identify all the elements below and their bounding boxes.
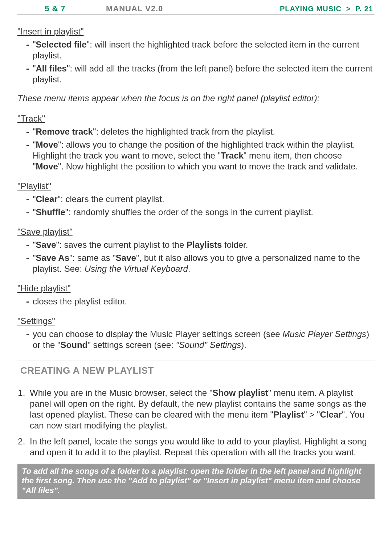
header-manual-version: MANUAL V2.0 [106,4,163,14]
list-item: you can choose to display the Music Play… [28,329,375,350]
section-title-hide-playlist: "Hide playlist" [17,283,70,294]
context-note: These menu items appear when the focus i… [17,93,375,104]
steps-list: While you are in the Music browser, sele… [17,387,375,458]
bold-ref: Save [116,253,136,263]
list-item: "All files": will add all the tracks (fr… [28,63,375,85]
bold-ref: Sound [61,340,88,350]
desc: " settings screen (see: [87,340,176,350]
desc: : will add all the tracks (from the left… [33,63,372,84]
save-playlist-list: "Save": saves the current playlist to th… [17,239,375,274]
desc: : same as " [73,253,116,263]
step-item: While you are in the Music browser, sele… [28,387,375,431]
desc: : clears the current playlist. [61,194,164,204]
desc: : deletes the highlighted track from the… [96,127,275,136]
section-title-save-playlist: "Save playlist" [17,226,73,237]
playlist-list: "Clear": clears the current playlist. "S… [17,194,375,218]
list-item: "Move": allows you to change the positio… [28,139,375,172]
desc: : saves the current playlist to the [59,240,187,250]
header-page-number: P. 21 [355,5,373,13]
track-list: "Remove track": deletes the highlighted … [17,126,375,172]
term: Save [36,240,56,250]
term: Remove track [36,127,93,136]
header-separator: > [346,5,351,13]
list-item: "Shuffle": randomly shuffles the order o… [28,207,375,218]
desc: " > " [304,410,320,419]
desc: : randomly shuffles the order of the son… [68,207,313,217]
section-title-track: "Track" [17,113,45,124]
ital-ref: Music Player Settings [282,329,366,339]
desc: . [188,264,191,274]
header-breadcrumb: PLAYING MUSIC > P. 21 [280,4,373,13]
desc: ). [241,340,246,350]
list-item: closes the playlist editor. [28,296,375,307]
desc: you can choose to display the Music Play… [33,329,282,339]
step-item: In the left panel, locate the songs you … [28,436,375,458]
bold-ref: Track [221,151,244,160]
list-item: "Save": saves the current playlist to th… [28,239,375,250]
heading-creating-new-playlist: CREATING A NEW PLAYLIST [17,361,375,381]
term: Clear [36,194,58,204]
desc: ". Now highlight the position to which y… [58,161,358,171]
bold-ref: Clear [320,410,342,419]
bold-ref: Playlist [273,410,304,419]
section-title-playlist: "Playlist" [17,181,51,192]
hide-playlist-list: closes the playlist editor. [17,296,375,307]
header-section: PLAYING MUSIC [280,5,342,13]
list-item: "Remove track": deletes the highlighted … [28,126,375,137]
term: Move [36,140,58,149]
term: Shuffle [36,207,65,217]
section-title-settings: "Settings" [17,316,55,327]
section-title-insert-in-playlist: "Insert in playlist" [17,26,83,37]
ital-ref: "Sound" Settings [176,340,241,350]
ital-ref: Using the Virtual Keyboard [85,264,188,274]
term: Save As [36,253,70,263]
term: Selected file [36,40,87,49]
settings-list: you can choose to display the Music Play… [17,329,375,350]
tip-box: To add all the songs of a folder to a pl… [17,464,375,499]
list-item: "Save As": same as "Save", but it also a… [28,253,375,274]
bold-ref: Show playlist [212,388,268,398]
insert-in-playlist-list: "Selected file": will insert the highlig… [17,39,375,85]
page-header: 5 & 7 MANUAL V2.0 PLAYING MUSIC > P. 21 [17,0,375,15]
term: All files [36,63,67,73]
bold-ref: Playlists [187,240,222,250]
list-item: "Clear": clears the current playlist. [28,194,375,205]
bold-ref: Move [36,161,58,171]
desc: While you are in the Music browser, sele… [30,388,212,398]
list-item: "Selected file": will insert the highlig… [28,39,375,61]
desc: folder. [222,240,248,250]
header-product: 5 & 7 [19,4,91,14]
